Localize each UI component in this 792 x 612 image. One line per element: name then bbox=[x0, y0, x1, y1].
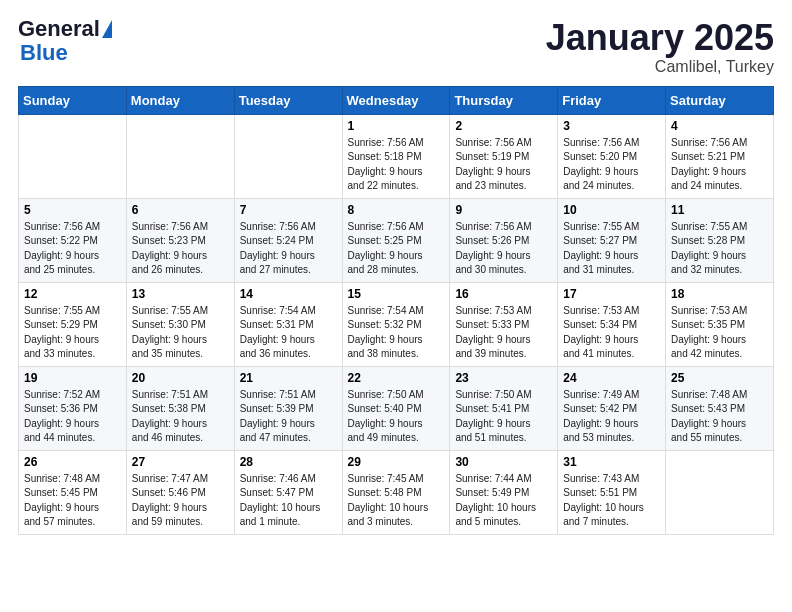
day-info: Sunrise: 7:47 AM Sunset: 5:46 PM Dayligh… bbox=[132, 472, 229, 530]
day-number: 16 bbox=[455, 287, 552, 301]
day-number: 8 bbox=[348, 203, 445, 217]
day-number: 9 bbox=[455, 203, 552, 217]
day-info: Sunrise: 7:56 AM Sunset: 5:25 PM Dayligh… bbox=[348, 220, 445, 278]
calendar-cell: 25Sunrise: 7:48 AM Sunset: 5:43 PM Dayli… bbox=[666, 366, 774, 450]
calendar-header-row: Sunday Monday Tuesday Wednesday Thursday… bbox=[19, 86, 774, 114]
day-number: 2 bbox=[455, 119, 552, 133]
day-number: 20 bbox=[132, 371, 229, 385]
col-saturday: Saturday bbox=[666, 86, 774, 114]
day-number: 15 bbox=[348, 287, 445, 301]
calendar-cell: 9Sunrise: 7:56 AM Sunset: 5:26 PM Daylig… bbox=[450, 198, 558, 282]
day-number: 12 bbox=[24, 287, 121, 301]
calendar-cell: 5Sunrise: 7:56 AM Sunset: 5:22 PM Daylig… bbox=[19, 198, 127, 282]
day-number: 25 bbox=[671, 371, 768, 385]
calendar-cell: 13Sunrise: 7:55 AM Sunset: 5:30 PM Dayli… bbox=[126, 282, 234, 366]
day-info: Sunrise: 7:50 AM Sunset: 5:40 PM Dayligh… bbox=[348, 388, 445, 446]
day-number: 29 bbox=[348, 455, 445, 469]
day-number: 6 bbox=[132, 203, 229, 217]
calendar-cell bbox=[19, 114, 127, 198]
day-info: Sunrise: 7:50 AM Sunset: 5:41 PM Dayligh… bbox=[455, 388, 552, 446]
title-block: January 2025 Camlibel, Turkey bbox=[546, 18, 774, 76]
day-info: Sunrise: 7:53 AM Sunset: 5:34 PM Dayligh… bbox=[563, 304, 660, 362]
day-number: 22 bbox=[348, 371, 445, 385]
col-friday: Friday bbox=[558, 86, 666, 114]
calendar-week-row: 5Sunrise: 7:56 AM Sunset: 5:22 PM Daylig… bbox=[19, 198, 774, 282]
day-number: 27 bbox=[132, 455, 229, 469]
col-sunday: Sunday bbox=[19, 86, 127, 114]
day-number: 13 bbox=[132, 287, 229, 301]
logo-blue-text: Blue bbox=[20, 40, 68, 65]
day-info: Sunrise: 7:56 AM Sunset: 5:20 PM Dayligh… bbox=[563, 136, 660, 194]
day-number: 21 bbox=[240, 371, 337, 385]
day-info: Sunrise: 7:56 AM Sunset: 5:21 PM Dayligh… bbox=[671, 136, 768, 194]
day-number: 1 bbox=[348, 119, 445, 133]
day-number: 28 bbox=[240, 455, 337, 469]
day-number: 17 bbox=[563, 287, 660, 301]
logo-text: General bbox=[18, 18, 112, 40]
day-info: Sunrise: 7:56 AM Sunset: 5:18 PM Dayligh… bbox=[348, 136, 445, 194]
calendar-cell: 20Sunrise: 7:51 AM Sunset: 5:38 PM Dayli… bbox=[126, 366, 234, 450]
calendar-cell: 15Sunrise: 7:54 AM Sunset: 5:32 PM Dayli… bbox=[342, 282, 450, 366]
day-number: 30 bbox=[455, 455, 552, 469]
calendar-cell: 12Sunrise: 7:55 AM Sunset: 5:29 PM Dayli… bbox=[19, 282, 127, 366]
calendar-cell: 27Sunrise: 7:47 AM Sunset: 5:46 PM Dayli… bbox=[126, 450, 234, 534]
calendar-cell: 31Sunrise: 7:43 AM Sunset: 5:51 PM Dayli… bbox=[558, 450, 666, 534]
calendar-cell: 24Sunrise: 7:49 AM Sunset: 5:42 PM Dayli… bbox=[558, 366, 666, 450]
day-info: Sunrise: 7:43 AM Sunset: 5:51 PM Dayligh… bbox=[563, 472, 660, 530]
day-info: Sunrise: 7:54 AM Sunset: 5:32 PM Dayligh… bbox=[348, 304, 445, 362]
calendar-cell: 1Sunrise: 7:56 AM Sunset: 5:18 PM Daylig… bbox=[342, 114, 450, 198]
col-thursday: Thursday bbox=[450, 86, 558, 114]
col-monday: Monday bbox=[126, 86, 234, 114]
day-info: Sunrise: 7:55 AM Sunset: 5:28 PM Dayligh… bbox=[671, 220, 768, 278]
day-number: 11 bbox=[671, 203, 768, 217]
calendar-cell: 2Sunrise: 7:56 AM Sunset: 5:19 PM Daylig… bbox=[450, 114, 558, 198]
calendar-cell: 30Sunrise: 7:44 AM Sunset: 5:49 PM Dayli… bbox=[450, 450, 558, 534]
day-number: 26 bbox=[24, 455, 121, 469]
calendar-cell: 21Sunrise: 7:51 AM Sunset: 5:39 PM Dayli… bbox=[234, 366, 342, 450]
day-info: Sunrise: 7:44 AM Sunset: 5:49 PM Dayligh… bbox=[455, 472, 552, 530]
day-number: 23 bbox=[455, 371, 552, 385]
page: General Blue January 2025 Camlibel, Turk… bbox=[0, 0, 792, 545]
calendar-table: Sunday Monday Tuesday Wednesday Thursday… bbox=[18, 86, 774, 535]
day-number: 18 bbox=[671, 287, 768, 301]
calendar-cell: 10Sunrise: 7:55 AM Sunset: 5:27 PM Dayli… bbox=[558, 198, 666, 282]
calendar-cell: 3Sunrise: 7:56 AM Sunset: 5:20 PM Daylig… bbox=[558, 114, 666, 198]
day-info: Sunrise: 7:56 AM Sunset: 5:26 PM Dayligh… bbox=[455, 220, 552, 278]
calendar-cell bbox=[234, 114, 342, 198]
calendar-cell: 19Sunrise: 7:52 AM Sunset: 5:36 PM Dayli… bbox=[19, 366, 127, 450]
day-number: 31 bbox=[563, 455, 660, 469]
calendar-cell: 16Sunrise: 7:53 AM Sunset: 5:33 PM Dayli… bbox=[450, 282, 558, 366]
col-wednesday: Wednesday bbox=[342, 86, 450, 114]
calendar-cell: 28Sunrise: 7:46 AM Sunset: 5:47 PM Dayli… bbox=[234, 450, 342, 534]
day-number: 5 bbox=[24, 203, 121, 217]
col-tuesday: Tuesday bbox=[234, 86, 342, 114]
day-info: Sunrise: 7:52 AM Sunset: 5:36 PM Dayligh… bbox=[24, 388, 121, 446]
day-info: Sunrise: 7:53 AM Sunset: 5:35 PM Dayligh… bbox=[671, 304, 768, 362]
calendar-week-row: 26Sunrise: 7:48 AM Sunset: 5:45 PM Dayli… bbox=[19, 450, 774, 534]
calendar-location: Camlibel, Turkey bbox=[546, 58, 774, 76]
day-info: Sunrise: 7:46 AM Sunset: 5:47 PM Dayligh… bbox=[240, 472, 337, 530]
calendar-cell: 11Sunrise: 7:55 AM Sunset: 5:28 PM Dayli… bbox=[666, 198, 774, 282]
day-number: 7 bbox=[240, 203, 337, 217]
calendar-cell: 8Sunrise: 7:56 AM Sunset: 5:25 PM Daylig… bbox=[342, 198, 450, 282]
calendar-cell: 18Sunrise: 7:53 AM Sunset: 5:35 PM Dayli… bbox=[666, 282, 774, 366]
calendar-title: January 2025 bbox=[546, 18, 774, 58]
calendar-cell bbox=[126, 114, 234, 198]
day-number: 4 bbox=[671, 119, 768, 133]
day-info: Sunrise: 7:53 AM Sunset: 5:33 PM Dayligh… bbox=[455, 304, 552, 362]
day-info: Sunrise: 7:51 AM Sunset: 5:38 PM Dayligh… bbox=[132, 388, 229, 446]
calendar-week-row: 1Sunrise: 7:56 AM Sunset: 5:18 PM Daylig… bbox=[19, 114, 774, 198]
day-info: Sunrise: 7:56 AM Sunset: 5:24 PM Dayligh… bbox=[240, 220, 337, 278]
calendar-cell: 14Sunrise: 7:54 AM Sunset: 5:31 PM Dayli… bbox=[234, 282, 342, 366]
calendar-cell: 4Sunrise: 7:56 AM Sunset: 5:21 PM Daylig… bbox=[666, 114, 774, 198]
header: General Blue January 2025 Camlibel, Turk… bbox=[18, 18, 774, 76]
day-number: 19 bbox=[24, 371, 121, 385]
logo-general-text: General bbox=[18, 18, 100, 40]
calendar-cell: 6Sunrise: 7:56 AM Sunset: 5:23 PM Daylig… bbox=[126, 198, 234, 282]
day-info: Sunrise: 7:55 AM Sunset: 5:30 PM Dayligh… bbox=[132, 304, 229, 362]
day-info: Sunrise: 7:51 AM Sunset: 5:39 PM Dayligh… bbox=[240, 388, 337, 446]
day-info: Sunrise: 7:48 AM Sunset: 5:45 PM Dayligh… bbox=[24, 472, 121, 530]
day-number: 24 bbox=[563, 371, 660, 385]
calendar-cell: 29Sunrise: 7:45 AM Sunset: 5:48 PM Dayli… bbox=[342, 450, 450, 534]
day-info: Sunrise: 7:49 AM Sunset: 5:42 PM Dayligh… bbox=[563, 388, 660, 446]
